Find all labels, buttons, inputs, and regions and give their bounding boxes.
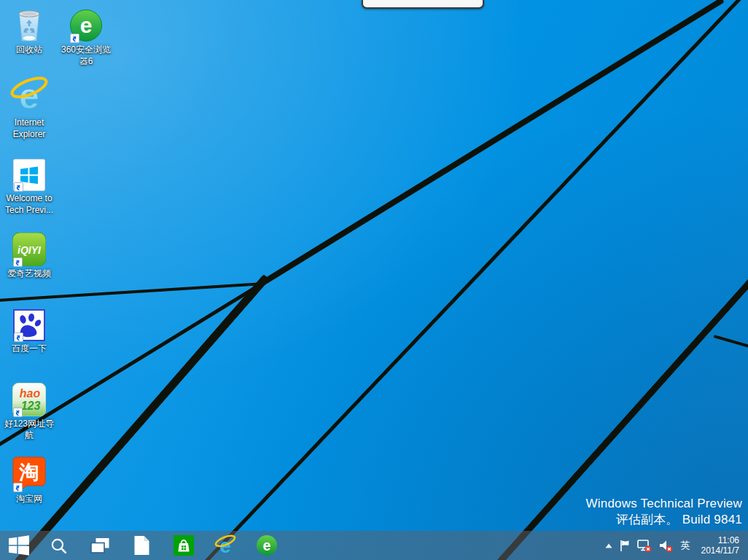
desktop-icon-baidu-search[interactable]: 百度一下 <box>1 303 57 355</box>
taobao-char-glyph: 淘 <box>19 462 39 483</box>
wallpaper-beam <box>713 335 748 348</box>
iqiyi-icon: iQIYI <box>12 228 46 266</box>
desktop-icon-label: 好123网址导航 <box>1 419 57 441</box>
shortcut-arrow-icon <box>14 182 23 192</box>
123-wordmark: 123 <box>21 400 41 412</box>
desktop-icon-label: 回收站 <box>16 44 42 56</box>
volume-button[interactable] <box>658 531 673 560</box>
wallpaper <box>0 0 748 560</box>
wallpaper-beam <box>203 0 748 560</box>
internet-explorer-icon: e <box>9 77 49 115</box>
shortcut-arrow-icon <box>13 408 23 417</box>
shortcut-arrow-icon <box>13 257 23 267</box>
watermark-line1: Windows Technical Preview <box>586 496 742 512</box>
desktop-icon-internet-explorer[interactable]: e Internet Explorer <box>1 77 57 140</box>
desktop-icon-taobao[interactable]: 淘 淘宝网 <box>1 454 57 505</box>
desktop-icon-welcome-to-tech-preview[interactable]: Welcome to Tech Previ... <box>1 153 57 216</box>
wallpaper-beam <box>259 0 725 287</box>
hao123-icon: hao 123 <box>12 378 46 416</box>
system-tray: 英 11:06 2014/11/7 <box>605 531 748 560</box>
recycle-bin-icon <box>15 4 44 42</box>
chevron-up-icon <box>605 543 612 548</box>
clock-time: 11:06 <box>701 535 740 545</box>
taskbar: e e <box>0 531 748 560</box>
shortcut-arrow-icon <box>14 332 23 342</box>
svg-text:e: e <box>262 537 270 553</box>
360-e-glyph: e <box>80 13 93 37</box>
taskbar-document-button[interactable] <box>121 531 163 560</box>
network-disconnected-icon <box>637 539 652 553</box>
360-browser-icon: e <box>69 4 103 42</box>
network-status-button[interactable] <box>637 531 652 560</box>
taobao-icon: 淘 <box>12 454 46 491</box>
tray-clock[interactable]: 11:06 2014/11/7 <box>698 535 740 556</box>
shortcut-arrow-icon <box>70 34 79 43</box>
desktop-icon-label: 爱奇艺视频 <box>7 268 51 280</box>
desktop-icon-label: 淘宝网 <box>16 494 42 505</box>
clock-date: 2014/11/7 <box>701 545 740 556</box>
desktop-icon-hao123[interactable]: hao 123 好123网址导航 <box>1 378 57 441</box>
desktop-icon-recycle-bin[interactable]: 回收站 <box>1 4 57 56</box>
document-icon <box>133 535 150 556</box>
desktop-icon-360-secure-browser[interactable]: e 360安全浏览器6 <box>58 4 114 67</box>
flag-icon <box>619 540 631 552</box>
desktop: Windows Technical Preview 评估副本。 Build 98… <box>0 0 748 560</box>
hao-wordmark: hao <box>20 387 41 400</box>
baidu-paw-icon <box>13 303 45 341</box>
ie-icon: e <box>214 534 236 556</box>
desktop-icon-iqiyi-video[interactable]: iQIYI 爱奇艺视频 <box>1 228 57 280</box>
desktop-icon-label: 360安全浏览器6 <box>58 44 114 67</box>
taskbar-store-button[interactable] <box>163 531 204 560</box>
store-icon <box>174 535 194 556</box>
peek-window[interactable] <box>362 0 484 9</box>
wallpaper-beam <box>0 282 265 302</box>
watermark-line2: 评估副本。 Build 9841 <box>586 512 742 528</box>
windows-logo-icon <box>9 535 29 556</box>
desktop-icon-label: Internet Explorer <box>1 117 57 140</box>
desktop-icon-label: Welcome to Tech Previ... <box>1 193 57 216</box>
tray-expand-button[interactable] <box>605 531 612 560</box>
action-center-button[interactable] <box>619 531 631 560</box>
taskbar-360-browser-button[interactable]: e <box>246 531 287 560</box>
task-view-icon <box>90 537 110 554</box>
taskbar-search-button[interactable] <box>38 531 79 560</box>
search-icon <box>50 537 68 555</box>
ime-indicator[interactable]: 英 <box>679 531 692 560</box>
iqiyi-wordmark: iQIYI <box>17 244 42 256</box>
watermark: Windows Technical Preview 评估副本。 Build 98… <box>586 496 742 528</box>
welcome-tile-icon <box>13 153 45 191</box>
start-button[interactable] <box>0 531 38 560</box>
volume-muted-icon <box>658 539 673 553</box>
shortcut-arrow-icon <box>13 483 23 492</box>
taskbar-internet-explorer-button[interactable]: e <box>204 531 246 560</box>
desktop-icon-label: 百度一下 <box>12 343 47 355</box>
taskbar-task-view-button[interactable] <box>79 531 121 560</box>
360-browser-icon: e <box>256 534 278 556</box>
